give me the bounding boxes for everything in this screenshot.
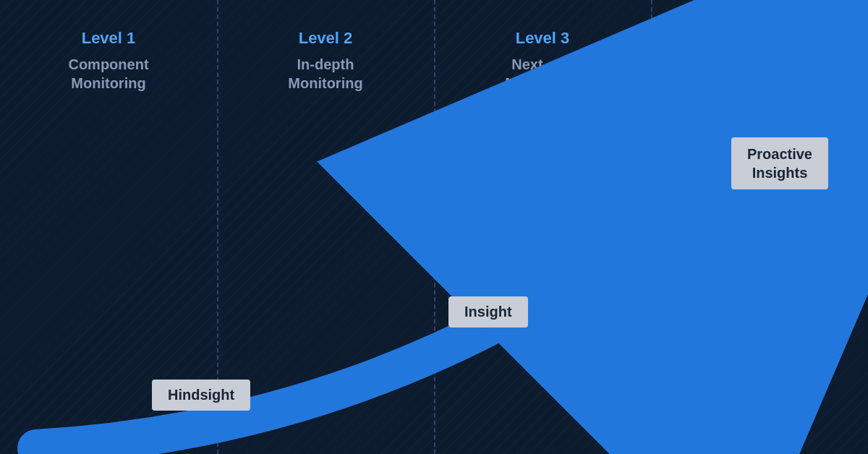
divider-2: [434, 0, 435, 454]
column-level2: Level 2 In-depth Monitoring: [217, 29, 434, 93]
level4-title: Relationship-Based Observability: [658, 55, 861, 93]
column-level3: Level 3 Next-gen Monitoring: [434, 29, 651, 93]
level2-label: Level 2: [224, 29, 427, 48]
level3-title: Next-gen Monitoring: [441, 55, 644, 93]
proactive-insights-label: ProactiveInsights: [731, 137, 828, 189]
main-container: Level 1 Component Monitoring Level 2 In-…: [0, 0, 868, 454]
level1-label: Level 1: [7, 29, 210, 48]
insight-label: Insight: [448, 296, 528, 327]
column-level1: Level 1 Component Monitoring: [0, 29, 217, 93]
divider-3: [651, 0, 652, 454]
column-level4: Level 4 Relationship-Based Observability: [651, 29, 868, 93]
level1-title: Component Monitoring: [7, 55, 210, 93]
level3-label: Level 3: [441, 29, 644, 48]
hindsight-label: Hindsight: [152, 380, 250, 411]
level2-title: In-depth Monitoring: [224, 55, 427, 93]
level4-label: Level 4: [658, 29, 861, 48]
